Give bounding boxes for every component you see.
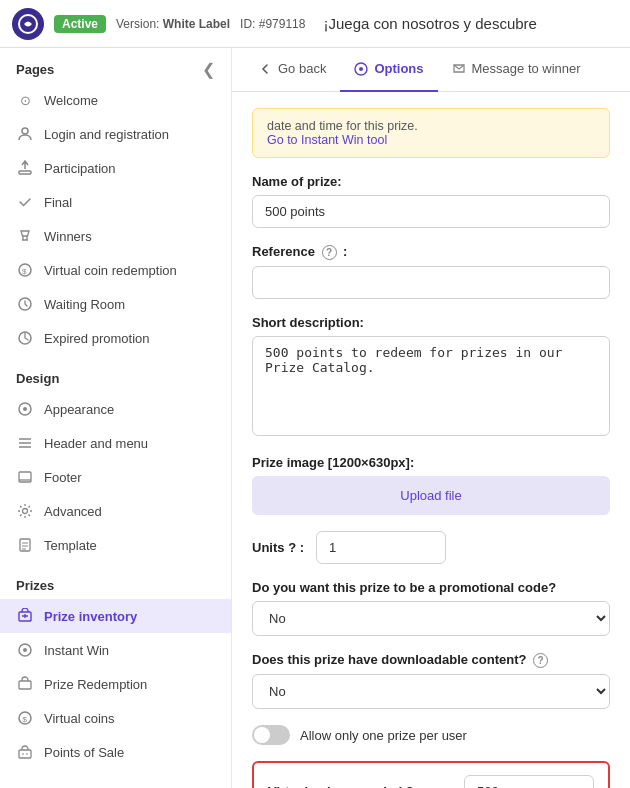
svg-rect-18 bbox=[19, 750, 31, 758]
prize-image-label: Prize image [1200×630px]: bbox=[252, 455, 610, 470]
reference-label: Reference ? : bbox=[252, 244, 610, 260]
topbar: Active Version: White Label ID: #979118 … bbox=[0, 0, 630, 48]
form-area: date and time for this prize. Go to Inst… bbox=[232, 92, 630, 788]
downloadable-select[interactable]: No Yes bbox=[252, 674, 610, 709]
message-to-winner-button[interactable]: Message to winner bbox=[438, 48, 595, 92]
toggle-knob bbox=[254, 727, 270, 743]
vc-input[interactable] bbox=[464, 775, 594, 788]
svg-rect-2 bbox=[19, 171, 31, 174]
prize-image-group: Prize image [1200×630px]: Upload file bbox=[252, 455, 610, 515]
active-badge: Active bbox=[54, 15, 106, 33]
one-prize-toggle[interactable] bbox=[252, 725, 290, 745]
participation-icon bbox=[16, 159, 34, 177]
welcome-icon: ⊙ bbox=[16, 91, 34, 109]
vc-label: Virtual coins awarded ? : bbox=[268, 784, 422, 788]
reference-help-icon[interactable]: ? bbox=[322, 245, 337, 260]
svg-rect-15 bbox=[19, 681, 31, 689]
reference-input[interactable] bbox=[252, 266, 610, 299]
template-icon bbox=[16, 536, 34, 554]
version-label: Version: White Label bbox=[116, 17, 230, 31]
waitingroom-icon bbox=[16, 295, 34, 313]
appearance-icon bbox=[16, 400, 34, 418]
sidebar-item-virtual-coins[interactable]: $ Virtual coins bbox=[0, 701, 231, 735]
virtualcoin-icon: $ bbox=[16, 261, 34, 279]
id-label: ID: #979118 bbox=[240, 17, 305, 31]
downloadable-help-icon[interactable]: ? bbox=[533, 653, 548, 668]
sidebar-item-login[interactable]: Login and registration bbox=[0, 117, 231, 151]
winners-icon bbox=[16, 227, 34, 245]
units-group: Units ? : bbox=[252, 531, 610, 564]
sidebar-collapse-button[interactable]: ❮ bbox=[202, 60, 215, 79]
name-of-prize-group: Name of prize: bbox=[252, 174, 610, 228]
sidebar-item-footer[interactable]: Footer bbox=[0, 460, 231, 494]
sidebar-item-waiting-room[interactable]: Waiting Room bbox=[0, 287, 231, 321]
sidebar-item-instant-win[interactable]: Instant Win bbox=[0, 633, 231, 667]
prizeredemption-icon bbox=[16, 675, 34, 693]
sidebar-item-header-menu[interactable]: Header and menu bbox=[0, 426, 231, 460]
page-title: ¡Juega con nosotros y descubre bbox=[323, 15, 536, 32]
prizes-section-title: Prizes bbox=[0, 562, 231, 599]
sidebar-item-welcome[interactable]: ⊙ Welcome bbox=[0, 83, 231, 117]
reference-group: Reference ? : bbox=[252, 244, 610, 299]
sidebar-item-final[interactable]: Final bbox=[0, 185, 231, 219]
downloadable-group: Does this prize have downloadable conten… bbox=[252, 652, 610, 709]
login-icon bbox=[16, 125, 34, 143]
svg-point-1 bbox=[22, 128, 28, 134]
name-label: Name of prize: bbox=[252, 174, 610, 189]
virtual-coins-row: Virtual coins awarded ? : bbox=[252, 761, 610, 788]
units-help-icon[interactable]: ? bbox=[288, 540, 296, 555]
prizeinventory-icon bbox=[16, 607, 34, 625]
sidebar-item-winners[interactable]: Winners bbox=[0, 219, 231, 253]
sidebar-item-appearance[interactable]: Appearance bbox=[0, 392, 231, 426]
short-desc-input[interactable]: 500 points to redeem for prizes in our P… bbox=[252, 336, 610, 436]
sidebar-item-prize-inventory[interactable]: Prize inventory bbox=[0, 599, 231, 633]
headermenu-icon bbox=[16, 434, 34, 452]
pages-section-title: Pages bbox=[16, 62, 54, 77]
units-input[interactable] bbox=[316, 531, 446, 564]
virtualcoins-icon: $ bbox=[16, 709, 34, 727]
final-icon bbox=[16, 193, 34, 211]
upload-file-button[interactable]: Upload file bbox=[252, 476, 610, 515]
short-desc-label: Short description: bbox=[252, 315, 610, 330]
options-button[interactable]: Options bbox=[340, 48, 437, 92]
svg-text:$: $ bbox=[22, 267, 27, 276]
svg-point-10 bbox=[23, 509, 28, 514]
svg-point-14 bbox=[23, 648, 27, 652]
expired-icon bbox=[16, 329, 34, 347]
sidebar-item-points-of-sale[interactable]: Points of Sale bbox=[0, 735, 231, 769]
one-prize-label: Allow only one prize per user bbox=[300, 728, 467, 743]
promo-code-label: Do you want this prize to be a promotion… bbox=[252, 580, 610, 595]
name-input[interactable] bbox=[252, 195, 610, 228]
alert-link[interactable]: Go to Instant Win tool bbox=[267, 133, 387, 147]
secondary-nav: Go back Options Message to winner bbox=[232, 48, 630, 92]
downloadable-label: Does this prize have downloadable conten… bbox=[252, 652, 610, 668]
pointsofsale-icon bbox=[16, 743, 34, 761]
sidebar-item-participation[interactable]: Participation bbox=[0, 151, 231, 185]
promo-code-select[interactable]: No Yes bbox=[252, 601, 610, 636]
sidebar-item-template[interactable]: Template bbox=[0, 528, 231, 562]
units-label: Units ? : bbox=[252, 540, 304, 555]
short-desc-group: Short description: 500 points to redeem … bbox=[252, 315, 610, 439]
promo-code-group: Do you want this prize to be a promotion… bbox=[252, 580, 610, 636]
go-back-button[interactable]: Go back bbox=[244, 48, 340, 92]
sidebar-item-prize-redemption[interactable]: Prize Redemption bbox=[0, 667, 231, 701]
svg-text:$: $ bbox=[23, 715, 28, 724]
app-logo bbox=[12, 8, 44, 40]
instantwin-icon bbox=[16, 641, 34, 659]
sidebar-item-virtual-coin[interactable]: $ Virtual coin redemption bbox=[0, 253, 231, 287]
sidebar-item-expired[interactable]: Expired promotion bbox=[0, 321, 231, 355]
content-area: Go back Options Message to winner date a… bbox=[232, 48, 630, 788]
vc-help-icon[interactable]: ? bbox=[406, 784, 414, 788]
svg-point-8 bbox=[23, 407, 27, 411]
one-prize-toggle-row: Allow only one prize per user bbox=[252, 725, 610, 745]
alert-box: date and time for this prize. Go to Inst… bbox=[252, 108, 610, 158]
design-section-title: Design bbox=[0, 355, 231, 392]
sidebar: Pages ❮ ⊙ Welcome Login and registration… bbox=[0, 48, 232, 788]
footer-icon bbox=[16, 468, 34, 486]
sidebar-item-advanced[interactable]: Advanced bbox=[0, 494, 231, 528]
advanced-icon bbox=[16, 502, 34, 520]
svg-point-20 bbox=[359, 67, 363, 71]
